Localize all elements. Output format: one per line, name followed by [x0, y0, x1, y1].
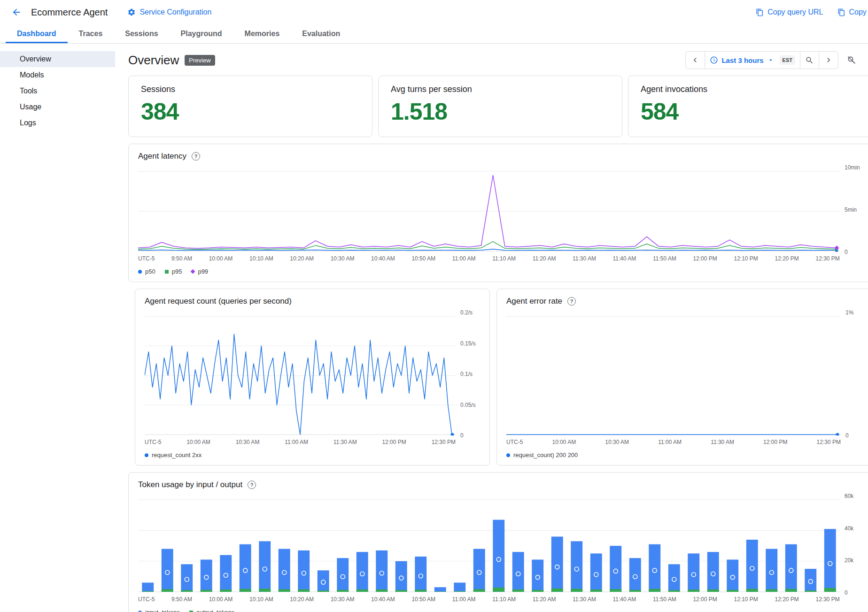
- zoom-reset-button[interactable]: [844, 53, 859, 68]
- error-rate-card: Agent error rate ? 1%0 UTC-510:00 AM10:3…: [496, 289, 868, 466]
- x-axis-label: 12:20 PM: [775, 255, 798, 262]
- chevron-right-icon: [824, 55, 833, 65]
- stat-card-avg-turns: Avg turns per session 1.518: [378, 76, 622, 137]
- x-axis-label: 11:00 AM: [452, 255, 476, 262]
- zoom-in-button[interactable]: [800, 52, 819, 69]
- x-axis-label: 12:30 PM: [815, 596, 839, 603]
- page-title: Ecommerce Agent: [31, 7, 108, 18]
- x-axis-label: 11:30 AM: [333, 439, 357, 445]
- topbar-actions: Copy query URL Copy identity: [756, 0, 868, 24]
- time-back-button[interactable]: [686, 52, 705, 69]
- request-count-legend: request_count 2xx: [145, 451, 480, 459]
- stat-card-sessions: Sessions 384: [128, 76, 372, 137]
- tab-playground[interactable]: Playground: [170, 24, 233, 43]
- tab-dashboard[interactable]: Dashboard: [6, 24, 68, 43]
- copy-query-url-label: Copy query URL: [767, 8, 823, 16]
- x-axis-label: 12:00 PM: [763, 439, 787, 445]
- overview-title: Overview: [128, 53, 179, 68]
- x-axis-label: 10:00 AM: [209, 596, 233, 603]
- x-axis-label: 10:10 AM: [249, 255, 273, 262]
- chart-title: Agent request count (queries per second): [145, 297, 292, 306]
- x-axis-label: 10:00 AM: [552, 439, 576, 445]
- x-axis-label: 11:00 AM: [285, 439, 308, 445]
- x-axis-label: 11:50 AM: [653, 596, 676, 603]
- stats-row: Sessions 384 Avg turns per session 1.518…: [128, 76, 868, 137]
- stat-label: Sessions: [141, 84, 360, 94]
- token-usage-legend: input_tokensoutput_tokens: [138, 609, 864, 612]
- x-axis-label: 9:50 AM: [171, 596, 192, 603]
- token-usage-y-axis: 60k40k20k0: [840, 496, 864, 593]
- sidebar-item-usage[interactable]: Usage: [0, 99, 115, 115]
- error-rate-x-axis: UTC-510:00 AM10:30 AM11:00 AM11:30 AM12:…: [506, 439, 865, 445]
- y-axis-label: 0.15/s: [460, 340, 476, 347]
- legend-item: output_tokens: [189, 609, 235, 612]
- chevron-down-icon: [767, 56, 775, 64]
- x-axis-label: 11:40 AM: [613, 596, 636, 603]
- preview-badge: Preview: [185, 55, 215, 66]
- time-toolbar: Last 3 hours EST: [685, 51, 859, 69]
- help-icon[interactable]: ?: [192, 152, 200, 161]
- copy-query-url-button[interactable]: Copy query URL: [756, 8, 823, 16]
- latency-legend: p50p95p99: [138, 268, 864, 275]
- stat-label: Avg turns per session: [391, 84, 610, 94]
- service-configuration-link[interactable]: Service Configuration: [127, 8, 211, 16]
- x-axis-label: 10:10 AM: [249, 596, 273, 603]
- x-axis-label: 10:40 AM: [371, 596, 395, 603]
- x-axis-label: 10:30 AM: [331, 255, 355, 262]
- x-axis-label: 11:10 AM: [492, 596, 516, 603]
- help-icon[interactable]: ?: [248, 481, 256, 489]
- token-usage-plot: [138, 496, 840, 593]
- copy-icon: [756, 8, 764, 16]
- request-count-x-axis: UTC-510:00 AM10:30 AM11:00 AM11:30 AM12:…: [145, 439, 480, 445]
- sidebar-item-overview[interactable]: Overview: [0, 51, 115, 67]
- x-axis-label: UTC-5: [506, 439, 523, 445]
- search-icon: [805, 56, 814, 65]
- x-axis-label: 11:40 AM: [613, 255, 636, 262]
- chevron-left-icon: [690, 55, 700, 65]
- tab-traces[interactable]: Traces: [68, 24, 114, 43]
- time-range-selector[interactable]: Last 3 hours EST: [705, 52, 800, 69]
- copy-icon: [837, 8, 845, 16]
- x-axis-label: 10:30 AM: [236, 439, 260, 445]
- y-axis-label: 0.1/s: [460, 371, 473, 377]
- stat-value: 1.518: [391, 98, 610, 125]
- x-axis-label: 12:30 PM: [815, 255, 839, 262]
- stat-card-invocations: Agent invocations 584: [628, 76, 868, 137]
- back-button[interactable]: [8, 4, 24, 20]
- legend-item: request_count) 200 200: [506, 451, 578, 459]
- request-count-plot: [145, 313, 456, 436]
- x-axis-label: 11:00 AM: [658, 439, 682, 445]
- sidebar-item-logs[interactable]: Logs: [0, 115, 115, 131]
- sidebar-item-tools[interactable]: Tools: [0, 83, 115, 99]
- chart-title: Token usage by input / output: [138, 480, 242, 490]
- x-axis-label: 11:20 AM: [533, 596, 556, 603]
- copy-identity-button[interactable]: Copy identity: [837, 8, 868, 16]
- y-axis-label: 0: [460, 432, 464, 439]
- sidebar-item-models[interactable]: Models: [0, 67, 115, 83]
- tab-memories[interactable]: Memories: [233, 24, 291, 43]
- tab-evaluation[interactable]: Evaluation: [291, 24, 351, 43]
- error-rate-y-axis: 1%0: [841, 313, 865, 436]
- x-axis-label: 12:30 PM: [432, 439, 456, 445]
- x-axis-label: 10:20 AM: [290, 255, 314, 262]
- time-forward-button[interactable]: [819, 52, 838, 69]
- gear-icon: [127, 8, 136, 16]
- tab-bar: Dashboard Traces Sessions Playground Mem…: [0, 24, 868, 44]
- legend-item: p99: [191, 268, 208, 275]
- latency-plot: [138, 168, 840, 252]
- copy-identity-label: Copy identity: [849, 8, 868, 16]
- latency-x-axis: UTC-59:50 AM10:00 AM10:10 AM10:20 AM10:3…: [138, 255, 864, 262]
- y-axis-label: 0: [845, 589, 848, 596]
- stat-value: 584: [641, 98, 860, 125]
- help-icon[interactable]: ?: [567, 297, 576, 306]
- tab-sessions[interactable]: Sessions: [114, 24, 169, 43]
- y-axis-label: 20k: [845, 557, 853, 564]
- x-axis-label: UTC-5: [138, 596, 155, 603]
- x-axis-label: 10:50 AM: [411, 255, 435, 262]
- search-off-icon: [847, 55, 856, 65]
- x-axis-label: 12:00 PM: [693, 255, 717, 262]
- x-axis-label: 12:10 PM: [734, 255, 758, 262]
- y-axis-label: 0.2/s: [460, 309, 473, 316]
- x-axis-label: 9:50 AM: [171, 255, 192, 262]
- latency-y-axis: 10min5min0: [840, 168, 864, 252]
